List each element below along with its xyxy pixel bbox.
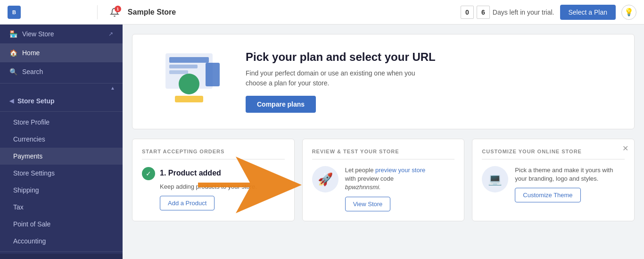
card-desc-mid: with preview code [345, 175, 394, 182]
hero-card: Pick your plan and select your URL Find … [132, 34, 635, 129]
sidebar-item-tax[interactable]: Tax [0, 199, 123, 216]
trial-label: Days left in your trial. [493, 8, 554, 16]
card-body-2: Let people preview your store with previ… [345, 166, 426, 211]
svg-rect-4 [169, 70, 188, 74]
svg-rect-7 [206, 63, 220, 86]
sidebar-divider-3 [0, 251, 123, 252]
main-layout: 🏪 View Store ↗ 🏠 Home 🔍 Search ▲ ◀ Store… [0, 25, 644, 259]
sidebar-item-store-setup[interactable]: ◀ Store Setup [0, 92, 123, 109]
external-link-icon: ↗ [108, 31, 113, 37]
close-button[interactable]: ✕ [622, 145, 628, 152]
logo-text: BIGCOMMERCE [23, 8, 88, 16]
select-plan-button[interactable]: Select a Plan [560, 5, 616, 20]
sidebar-item-label: View Store [22, 30, 54, 38]
trial-day-0: 0 [461, 6, 474, 19]
customize-theme-button[interactable]: Customize Theme [515, 188, 580, 202]
sidebar: 🏪 View Store ↗ 🏠 Home 🔍 Search ▲ ◀ Store… [0, 25, 123, 259]
card-divider-1 [142, 159, 285, 159]
logo: B BIGCOMMERCE [8, 6, 88, 19]
card-desc-prefix: Let people [345, 167, 375, 174]
logo-icon: B [8, 6, 21, 19]
shipping-label: Shipping [13, 186, 39, 194]
chevron-left-icon: ◀ [9, 98, 14, 104]
laptop-icon: 💻 [482, 166, 508, 192]
sidebar-item-shipping[interactable]: Shipping [0, 182, 123, 199]
card-section-label-1: START ACCEPTING ORDERS [142, 149, 285, 154]
card-icon-area-2: 🚀 [312, 166, 339, 192]
card-start-orders: START ACCEPTING ORDERS ✓ 1. Product adde… [132, 139, 295, 221]
svg-point-5 [179, 74, 199, 94]
store-icon: 🏪 [9, 30, 17, 38]
sidebar-help-section[interactable]: Help ∧ [0, 254, 123, 259]
topbar: B BIGCOMMERCE 1 Sample Store 0 6 Days le… [0, 0, 644, 25]
svg-rect-6 [175, 96, 203, 102]
main-content: Pick your plan and select your URL Find … [123, 25, 644, 259]
card-review-store: Review & test your store 🚀 Let people pr… [302, 139, 465, 221]
sidebar-item-view-store[interactable]: 🏪 View Store ↗ [0, 25, 123, 43]
hero-title: Pick your plan and select your URL [246, 50, 436, 64]
card-icon-area-3: 💻 [482, 166, 508, 192]
store-setup-label: Store Setup [17, 97, 55, 105]
card-customize-store: ✕ Customize your Online Store 💻 Pick a t… [472, 139, 635, 221]
compare-plans-button[interactable]: Compare plans [246, 96, 316, 113]
hero-text: Pick your plan and select your URL Find … [246, 50, 436, 113]
store-settings-label: Store Settings [13, 169, 55, 177]
add-product-button[interactable]: Add a Product [160, 196, 215, 210]
notification-bell[interactable]: 1 [107, 5, 122, 20]
store-profile-label: Store Profile [13, 118, 50, 126]
svg-rect-2 [169, 57, 209, 63]
payments-label: Payments [13, 152, 42, 160]
sidebar-divider [0, 83, 123, 84]
card-desc-2: Let people preview your store with previ… [345, 166, 426, 192]
hero-description: Find your perfect domain or use an exist… [246, 68, 425, 88]
card-divider-2 [312, 159, 455, 159]
card-step-title-1: 1. Product added [160, 169, 221, 177]
home-icon: 🏠 [9, 49, 17, 57]
sidebar-item-label: Search [22, 68, 43, 75]
view-store-button[interactable]: View Store [345, 197, 391, 211]
currencies-label: Currencies [13, 135, 45, 143]
card-section-label-2: Review & test your store [312, 149, 455, 154]
tax-label: Tax [13, 203, 24, 211]
trial-info: 0 6 Days left in your trial. [461, 6, 554, 19]
sidebar-item-payments[interactable]: Payments [0, 148, 123, 165]
sidebar-item-label: Home [22, 49, 40, 57]
pos-label: Point of Sale [13, 220, 50, 228]
preview-store-link[interactable]: preview your store [375, 167, 425, 174]
hero-illustration [151, 49, 227, 115]
bell-badge: 1 [115, 6, 121, 12]
cards-row: START ACCEPTING ORDERS ✓ 1. Product adde… [132, 139, 635, 221]
sidebar-item-home[interactable]: 🏠 Home [0, 43, 123, 62]
preview-code: bpwzhnnsmi. [345, 184, 381, 191]
scroll-up-icon: ▲ [110, 85, 115, 91]
card-content-3: 💻 Pick a theme and make it yours with yo… [482, 166, 625, 202]
sidebar-item-store-settings[interactable]: Store Settings [0, 165, 123, 182]
product-added-header: ✓ 1. Product added [142, 166, 285, 180]
sidebar-item-accounting[interactable]: Accounting [0, 233, 123, 250]
card-body-3: Pick a theme and make it yours with your… [515, 166, 625, 202]
card-desc-1: Keep adding products to your store. [160, 183, 285, 190]
card-desc-3: Pick a theme and make it yours with your… [515, 166, 625, 183]
tips-button[interactable]: 💡 [621, 5, 636, 20]
search-icon: 🔍 [9, 68, 17, 75]
svg-rect-3 [169, 65, 198, 68]
sidebar-item-currencies[interactable]: Currencies [0, 131, 123, 148]
sidebar-item-search[interactable]: 🔍 Search [0, 62, 123, 81]
check-icon: ✓ [142, 167, 155, 180]
card-section-label-3: Customize your Online Store [482, 149, 625, 154]
store-name: Sample Store [128, 8, 455, 17]
sidebar-divider-2 [0, 111, 123, 112]
card-content-2: 🚀 Let people preview your store with pre… [312, 166, 455, 211]
accounting-label: Accounting [13, 237, 46, 245]
sidebar-item-store-profile[interactable]: Store Profile [0, 114, 123, 131]
sidebar-item-point-of-sale[interactable]: Point of Sale [0, 216, 123, 233]
rocket-icon: 🚀 [312, 166, 339, 192]
trial-day-6: 6 [477, 6, 490, 19]
card-divider-3 [482, 159, 625, 159]
